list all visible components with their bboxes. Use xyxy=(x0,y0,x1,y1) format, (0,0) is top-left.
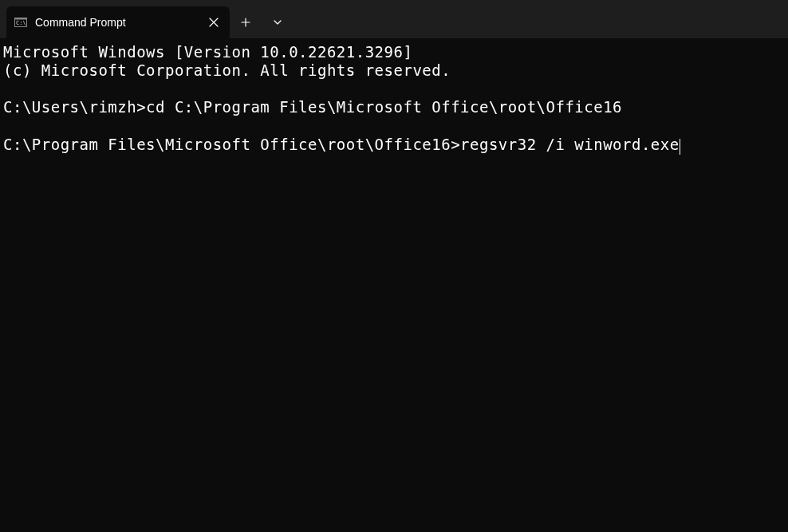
command-line-1: C:\Users\rimzh>cd C:\Program Files\Micro… xyxy=(3,98,785,116)
titlebar: C:\ Command Prompt xyxy=(0,0,788,38)
close-icon xyxy=(209,18,219,27)
version-line: Microsoft Windows [Version 10.0.22621.32… xyxy=(3,43,785,61)
tab-title: Command Prompt xyxy=(35,16,196,29)
prompt-2: C:\Program Files\Microsoft Office\root\O… xyxy=(3,136,460,153)
prompt-1: C:\Users\rimzh> xyxy=(3,98,146,116)
terminal-content[interactable]: Microsoft Windows [Version 10.0.22621.32… xyxy=(0,38,788,159)
new-tab-button[interactable] xyxy=(230,6,262,38)
copyright-line: (c) Microsoft Corporation. All rights re… xyxy=(3,61,785,80)
command-1: cd C:\Program Files\Microsoft Office\roo… xyxy=(146,98,622,116)
svg-text:C:\: C:\ xyxy=(16,20,26,26)
command-2: regsvr32 /i winword.exe xyxy=(460,136,680,153)
tab-dropdown-button[interactable] xyxy=(262,6,294,38)
active-tab[interactable]: C:\ Command Prompt xyxy=(6,6,230,38)
chevron-down-icon xyxy=(273,18,282,27)
cmd-icon: C:\ xyxy=(14,16,27,29)
close-tab-button[interactable] xyxy=(204,13,223,32)
command-line-2: C:\Program Files\Microsoft Office\root\O… xyxy=(3,136,785,154)
plus-icon xyxy=(241,18,250,27)
